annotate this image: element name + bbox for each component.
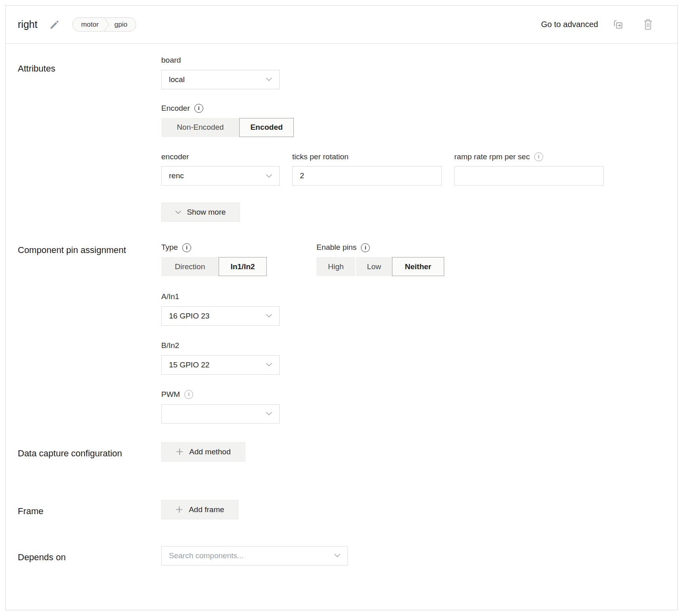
- component-header: right motor gpio Go to advanced: [6, 6, 677, 44]
- a-in1-label: A/In1: [161, 292, 179, 302]
- b-in2-label: B/In2: [161, 341, 179, 350]
- ramp-rate-input[interactable]: [454, 166, 604, 186]
- a-in1-field: A/In1 16 GPIO 23: [161, 292, 665, 326]
- pin-assignment-section-label: Component pin assignment: [18, 243, 161, 423]
- component-config-card: right motor gpio Go to advanced: [5, 5, 678, 610]
- attributes-section-label: Attributes: [18, 56, 161, 222]
- board-label: board: [161, 56, 181, 65]
- pwm-select[interactable]: [161, 404, 280, 424]
- add-frame-button[interactable]: Add frame: [161, 500, 238, 519]
- encoder-select[interactable]: renc: [161, 166, 280, 186]
- data-capture-section-label: Data capture configuration: [18, 442, 161, 462]
- depends-on-section-label: Depends on: [18, 546, 161, 565]
- pin-toggles-row: Type i Direction In1/In2 Enable pins i: [161, 243, 665, 276]
- frame-section-label: Frame: [18, 500, 161, 519]
- ticks-field: ticks per rotation: [292, 152, 442, 186]
- badge-gpio: gpio: [114, 21, 127, 29]
- toggle-high[interactable]: High: [316, 257, 355, 276]
- section-depends-on: Depends on Search components...: [18, 546, 665, 565]
- info-icon: i: [361, 243, 370, 252]
- toggle-direction[interactable]: Direction: [161, 257, 219, 276]
- component-name: right: [18, 19, 38, 30]
- encoder-field: encoder renc: [161, 152, 280, 186]
- encoder-detail-row: encoder renc ticks per rotation: [161, 152, 665, 186]
- info-icon: i: [534, 152, 543, 161]
- toggle-non-encoded[interactable]: Non-Encoded: [161, 118, 239, 137]
- component-type-badge: motor gpio: [72, 17, 137, 32]
- enable-pins-field: Enable pins i High Low Neither: [316, 243, 444, 276]
- toggle-encoded[interactable]: Encoded: [239, 118, 294, 137]
- chevron-down-icon: [334, 554, 340, 557]
- chevron-down-icon: [266, 363, 272, 367]
- encoder-toggle-label: Encoder: [161, 104, 190, 113]
- encoder-value: renc: [169, 171, 184, 180]
- section-pin-assignment: Component pin assignment Type i Directio…: [18, 243, 665, 423]
- encoder-toggle: Non-Encoded Encoded: [161, 118, 665, 137]
- type-toggle: Direction In1/In2: [161, 257, 267, 276]
- a-in1-value: 16 GPIO 23: [169, 312, 209, 321]
- b-in2-select[interactable]: 15 GPIO 22: [161, 355, 280, 375]
- encoder-toggle-field: Encoder i Non-Encoded Encoded: [161, 104, 665, 137]
- chevron-down-icon: [266, 78, 272, 81]
- badge-motor: motor: [81, 21, 99, 29]
- add-method-label: Add method: [189, 447, 230, 456]
- duplicate-icon: [612, 18, 624, 31]
- show-more-label: Show more: [187, 208, 226, 217]
- go-to-advanced-link[interactable]: Go to advanced: [541, 20, 598, 29]
- type-label: Type: [161, 243, 178, 252]
- b-in2-field: B/In2 15 GPIO 22: [161, 341, 665, 375]
- edit-name-button[interactable]: [49, 19, 60, 30]
- ramp-field: ramp rate rpm per sec i: [454, 152, 604, 186]
- trash-icon: [643, 19, 653, 30]
- section-attributes: Attributes board local Encoder i: [18, 56, 665, 222]
- info-icon: i: [194, 104, 203, 113]
- add-method-button[interactable]: Add method: [161, 442, 245, 462]
- a-in1-select[interactable]: 16 GPIO 23: [161, 306, 280, 326]
- info-icon: i: [184, 390, 193, 399]
- chevron-down-icon: [266, 174, 272, 178]
- type-field: Type i Direction In1/In2: [161, 243, 267, 276]
- ticks-per-rotation-input[interactable]: [292, 166, 442, 186]
- ramp-label: ramp rate rpm per sec: [454, 152, 530, 162]
- header-actions: Go to advanced: [541, 18, 653, 31]
- b-in2-value: 15 GPIO 22: [169, 361, 209, 369]
- add-frame-label: Add frame: [189, 505, 224, 514]
- pwm-label: PWM: [161, 390, 180, 399]
- plus-icon: [175, 506, 183, 513]
- encoder-label: encoder: [161, 152, 189, 162]
- chevron-down-icon: [266, 412, 272, 416]
- badge-chevron-divider: [104, 17, 109, 32]
- enable-pins-toggle: High Low Neither: [316, 257, 444, 276]
- chevron-down-icon: [266, 314, 272, 318]
- toggle-in1-in2[interactable]: In1/In2: [219, 257, 267, 276]
- pwm-field: PWM i: [161, 390, 665, 424]
- plus-icon: [176, 448, 183, 456]
- info-icon: i: [182, 243, 191, 252]
- section-frame: Frame Add frame: [18, 500, 665, 519]
- board-field: board local: [161, 56, 665, 89]
- delete-button[interactable]: [643, 19, 653, 30]
- depends-on-placeholder: Search components...: [169, 551, 244, 560]
- duplicate-button[interactable]: [612, 18, 624, 31]
- chevron-down-icon: [175, 211, 181, 214]
- board-value: local: [169, 75, 185, 84]
- toggle-low[interactable]: Low: [356, 257, 392, 276]
- enable-pins-label: Enable pins: [316, 243, 356, 252]
- ticks-label: ticks per rotation: [292, 152, 348, 162]
- toggle-neither[interactable]: Neither: [392, 257, 444, 276]
- show-more-button[interactable]: Show more: [161, 203, 240, 222]
- pencil-icon: [49, 19, 60, 30]
- component-body: Attributes board local Encoder i: [6, 44, 677, 582]
- section-data-capture: Data capture configuration Add method: [18, 442, 665, 462]
- depends-on-select[interactable]: Search components...: [161, 546, 348, 565]
- board-select[interactable]: local: [161, 70, 280, 89]
